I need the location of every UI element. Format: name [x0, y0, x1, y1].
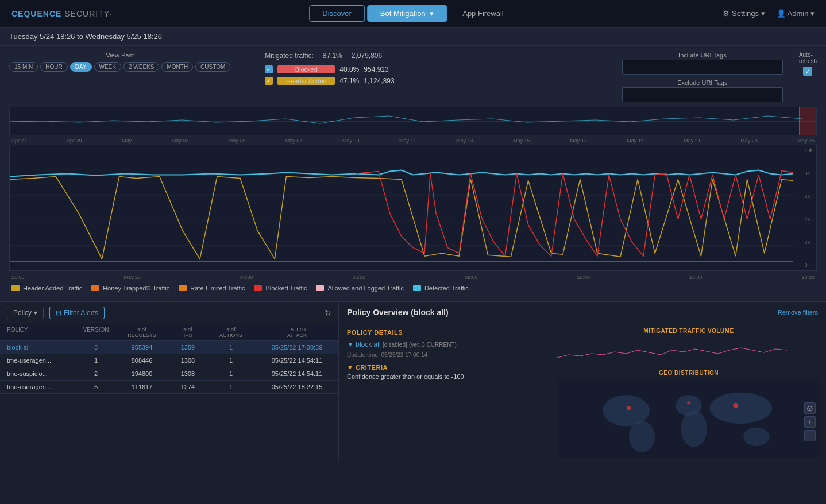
- refresh-button[interactable]: ↻: [325, 308, 331, 317]
- cell-latest: 05/25/22 14:54:11: [254, 357, 338, 364]
- cell-policy: tme-useragen...: [7, 357, 76, 364]
- mini-chart-svg: [10, 107, 816, 135]
- cell-version: 5: [76, 383, 116, 390]
- policy-block-all[interactable]: ▼ block all [disabled] (ver. 3 CURRENT): [347, 340, 457, 348]
- time-btn-15min[interactable]: 15 MIN: [9, 62, 38, 72]
- criteria-section: ▼ CRITERIA Confidence greater than or eq…: [347, 364, 543, 380]
- panel-header: Policy ▾ ⊟ Filter Alerts ↻: [0, 302, 338, 324]
- filter-alerts-button[interactable]: ⊟ Filter Alerts: [49, 307, 105, 319]
- criteria-title[interactable]: ▼ CRITERIA: [347, 364, 543, 371]
- cell-policy: tme-suspicio...: [7, 370, 76, 377]
- mitigated-count: 2,079,806: [352, 52, 382, 60]
- table-row[interactable]: tme-suspicio... 2 194800 1308 1 05/25/22…: [0, 367, 338, 381]
- svg-point-13: [627, 406, 631, 410]
- traffic-stats: Mitigated traffic: 87.1% 2,079,806 ✓ Blo…: [265, 52, 394, 85]
- cell-actions: 1: [208, 357, 254, 364]
- legend-dot-blocked: [254, 285, 262, 291]
- svg-point-15: [733, 403, 738, 408]
- time-btn-week[interactable]: WEEK: [94, 62, 121, 72]
- table-body: block all 3 955394 1359 1 05/25/22 17:00…: [0, 341, 338, 462]
- right-panel-header: Policy Overview (block all) Remove filte…: [339, 302, 826, 323]
- remove-filters-button[interactable]: Remove filters: [778, 309, 818, 316]
- header-added-count: 1,124,893: [364, 77, 394, 85]
- legend-dot-header-added: [11, 285, 20, 291]
- cell-actions: 1: [208, 344, 254, 351]
- time-buttons: 15 MIN HOUR DAY WEEK 2 WEEKS MONTH CUSTO…: [9, 62, 230, 72]
- cell-actions: 1: [208, 383, 254, 390]
- auto-refresh-checkbox[interactable]: ✓: [803, 67, 812, 76]
- col-latest-attack: LATESTATTACK: [254, 327, 340, 338]
- date-range-bar: Tuesday 5/24 18:26 to Wednesday 5/25 18:…: [0, 28, 826, 46]
- time-btn-custom[interactable]: CUSTOM: [195, 62, 230, 72]
- cell-actions: 1: [208, 370, 254, 377]
- right-panel: Policy Overview (block all) Remove filte…: [339, 301, 826, 462]
- time-btn-2weeks[interactable]: 2 WEEKS: [123, 62, 159, 72]
- cell-latest: 05/25/22 14:54:11: [254, 370, 338, 377]
- include-uri-label: Include URI Tags: [622, 52, 783, 59]
- svg-point-14: [687, 401, 690, 404]
- tab-app-firewall[interactable]: App Firewall: [449, 5, 517, 22]
- time-btn-month[interactable]: MONTH: [161, 62, 193, 72]
- col-actions: # ofACTIONS: [208, 327, 254, 338]
- cell-requests: 194800: [116, 370, 168, 377]
- auto-refresh-label: Auto- refresh: [799, 52, 817, 64]
- tab-discover[interactable]: Discover: [309, 5, 365, 22]
- time-btn-hour[interactable]: HOUR: [40, 62, 67, 72]
- mitigated-label: Mitigated traffic:: [265, 52, 313, 60]
- tab-bot-mitigation[interactable]: Bot Mitigation ▾: [367, 5, 447, 22]
- legend-header-added: Header Added Traffic: [11, 285, 82, 292]
- svg-point-10: [681, 410, 707, 447]
- zoom-reset-button[interactable]: ⊙: [804, 402, 816, 414]
- col-version: VERSION: [76, 327, 116, 338]
- settings-button[interactable]: ⚙ Settings ▾: [723, 9, 765, 18]
- cell-policy[interactable]: block all: [7, 344, 76, 351]
- mitigated-traffic-title: MITIGATED TRAFFIC VOLUME: [557, 328, 820, 334]
- time-btn-day[interactable]: DAY: [70, 62, 92, 72]
- cell-policy: tme-useragen...: [7, 383, 76, 390]
- cell-latest: 05/25/22 18:22:15: [254, 383, 338, 390]
- cell-version: 2: [76, 370, 116, 377]
- table-row[interactable]: tme-useragen... 1 808446 1308 1 05/25/22…: [0, 354, 338, 367]
- main-chart: 10k 8k 6k 4k 2k 0: [9, 145, 817, 271]
- include-uri-input[interactable]: [622, 60, 783, 75]
- cell-requests: 808446: [116, 357, 168, 364]
- table-row[interactable]: tme-useragen... 5 111617 1274 1 05/25/22…: [0, 381, 338, 394]
- svg-point-11: [709, 393, 772, 424]
- legend-rate-limited: Rate-Limited Traffic: [179, 285, 245, 292]
- mitigated-pct: 87.1%: [323, 52, 342, 60]
- cell-version: 3: [76, 344, 116, 351]
- bottom-section: Policy ▾ ⊟ Filter Alerts ↻ POLICY VERSIO…: [0, 301, 826, 462]
- blocked-pct: 40.0%: [339, 65, 359, 73]
- policy-details-title: POLICY DETAILS: [347, 329, 543, 336]
- criteria-text: Confidence greater than or equals to -10…: [347, 373, 543, 380]
- right-panel-title: Policy Overview (block all): [347, 308, 449, 317]
- cell-ips: 1359: [168, 344, 208, 351]
- policy-dropdown-button[interactable]: Policy ▾: [7, 307, 44, 319]
- cell-ips: 1308: [168, 370, 208, 377]
- cell-version: 1: [76, 357, 116, 364]
- chart-section: View Past 15 MIN HOUR DAY WEEK 2 WEEKS M…: [0, 46, 826, 301]
- policy-update-time: Update time: 05/25/22 17:00:14: [347, 352, 543, 358]
- policy-panel: Policy ▾ ⊟ Filter Alerts ↻ POLICY VERSIO…: [0, 301, 339, 462]
- chart-legend: Header Added Traffic Honey Trapped® Traf…: [9, 281, 817, 295]
- right-panel-body: POLICY DETAILS ▼ block all [disabled] (v…: [339, 323, 826, 462]
- zoom-controls: ⊙ + −: [804, 402, 816, 441]
- header-right: ⚙ Settings ▾ 👤 Admin ▾: [723, 9, 815, 18]
- svg-point-8: [629, 421, 655, 452]
- header-added-checkbox[interactable]: ✓: [265, 77, 273, 85]
- geo-distribution-title: GEO DISTRIBUTION: [557, 370, 820, 376]
- legend-dot-rate-limited: [179, 285, 187, 291]
- admin-button[interactable]: 👤 Admin ▾: [777, 9, 815, 18]
- chart-y-labels: 10k 8k 6k 4k 2k 0: [804, 145, 813, 270]
- header-added-pct: 47.1%: [339, 77, 359, 85]
- mitigated-traffic-panel: MITIGATED TRAFFIC VOLUME GEO DISTRIBUTIO…: [551, 323, 826, 462]
- zoom-out-button[interactable]: −: [804, 430, 816, 441]
- blocked-checkbox[interactable]: ✓: [265, 65, 273, 73]
- zoom-in-button[interactable]: +: [804, 416, 816, 428]
- exclude-uri-input[interactable]: [622, 87, 783, 102]
- table-row[interactable]: block all 3 955394 1359 1 05/25/22 17:00…: [0, 341, 338, 354]
- svg-point-12: [743, 427, 769, 446]
- mini-chart-area: Apr 27 Apr 29 May May 03 May 05 May 07 M…: [9, 107, 817, 144]
- logo: CEQUENCE SECURITY·: [11, 9, 113, 18]
- sparkline-svg: [557, 338, 820, 366]
